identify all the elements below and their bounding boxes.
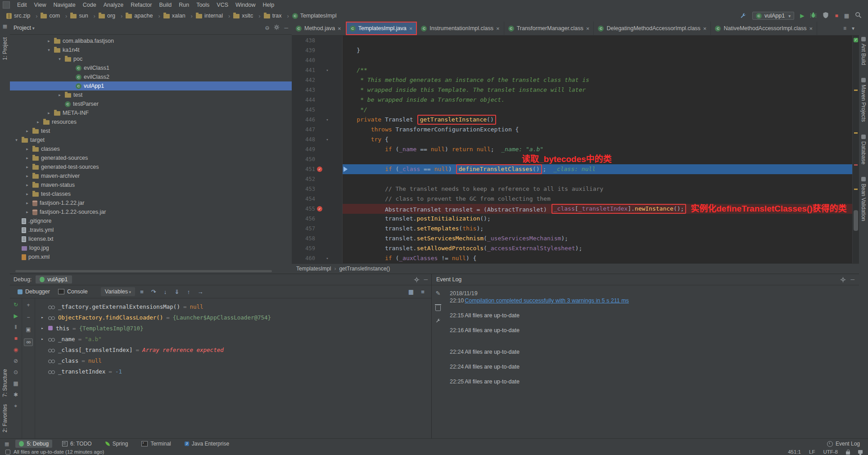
code-text[interactable]: } bbox=[343, 45, 852, 55]
tool-window-button[interactable]: 5: Debug bbox=[15, 440, 52, 448]
code-line-438[interactable]: 438 bbox=[292, 36, 852, 45]
gutter[interactable]: 453 bbox=[292, 184, 343, 194]
expand-arrow-icon[interactable]: ▸ bbox=[24, 192, 30, 196]
tool-window-button[interactable]: Event Log bbox=[823, 440, 863, 448]
breadcrumb-item[interactable]: TemplatesImpl bbox=[296, 266, 339, 272]
resume-icon[interactable]: ▶ bbox=[12, 313, 20, 320]
code-line-456[interactable]: 456 translet.postInitialization(); bbox=[292, 214, 852, 224]
code-text[interactable]: translet.setTemplates(this); bbox=[343, 224, 852, 234]
close-icon[interactable] bbox=[703, 25, 707, 32]
menu-item[interactable]: Code bbox=[79, 1, 100, 9]
code-text[interactable]: AbstractTranslet translet = (AbstractTra… bbox=[343, 204, 852, 214]
tree-item[interactable]: evilClass2 bbox=[10, 72, 292, 81]
code-text[interactable]: /** bbox=[343, 65, 852, 75]
gutter[interactable]: 455✓ bbox=[292, 204, 343, 214]
gutter[interactable]: 454 bbox=[292, 194, 343, 204]
tool-button[interactable]: Bean Validation bbox=[860, 177, 867, 221]
watches-toggle-icon[interactable]: oo bbox=[24, 338, 33, 346]
event-log-entry[interactable]: 22:24 All files are up-to-date bbox=[450, 363, 854, 370]
gutter[interactable]: 448▾ bbox=[292, 135, 343, 144]
ObjectFactory.findClassLoader()[interactable]: ▸ ObjectFactory.findClassLoader() {Launc… bbox=[35, 312, 431, 323]
gutter[interactable]: 445 bbox=[292, 105, 343, 115]
mute-breakpoints-icon[interactable]: ⊘ bbox=[12, 358, 20, 365]
_class[_transletIndex][interactable]: _class[_transletIndex] Array reference e… bbox=[35, 344, 431, 355]
event-log-entry[interactable]: 22:15 All files are up-to-date bbox=[450, 312, 854, 319]
tool-button[interactable]: Database bbox=[860, 135, 867, 164]
tree-item[interactable]: ▸ fastjson-1.2.22-sources.jar bbox=[10, 207, 292, 216]
gutter[interactable]: 451✓ bbox=[292, 164, 343, 174]
breakpoint-icon[interactable]: ✓ bbox=[317, 206, 322, 212]
breadcrumb-item[interactable]: internal bbox=[196, 13, 233, 19]
collapse-all-icon[interactable]: ⊖ bbox=[265, 25, 269, 31]
step-into-icon[interactable]: ↓ bbox=[160, 288, 170, 295]
tool-button-project[interactable]: 1: Project bbox=[2, 37, 8, 60]
editor-tab[interactable]: TransformerManager.class bbox=[504, 22, 594, 35]
caret-position-widget[interactable]: 451:1 bbox=[788, 449, 801, 455]
gutter[interactable]: 458 bbox=[292, 234, 343, 243]
status-message[interactable]: All files are up-to-date (12 minutes ago… bbox=[14, 449, 104, 455]
tool-window-button[interactable]: Terminal bbox=[138, 440, 174, 448]
gutter[interactable]: 438 bbox=[292, 36, 343, 45]
code-editor[interactable]: 438439 }440441▾ /**442 * This method gen… bbox=[292, 36, 852, 263]
editor-tab[interactable]: Method.java bbox=[292, 22, 346, 35]
tree-item[interactable]: ▸ test bbox=[10, 90, 292, 99]
code-line-439[interactable]: 439 } bbox=[292, 45, 852, 55]
rerun-icon[interactable]: ↻ bbox=[12, 302, 20, 308]
editor-tab[interactable]: DelegatingMethodAccessorImpl.class bbox=[594, 22, 711, 35]
menu-item[interactable]: Window bbox=[232, 1, 259, 9]
edit-icon[interactable]: ✎ bbox=[436, 290, 441, 297]
code-line-445[interactable]: 445 */ bbox=[292, 105, 852, 115]
this[interactable]: ▸ this {TemplatesImpl@710} bbox=[35, 323, 431, 333]
expand-arrow-icon[interactable]: ▸ bbox=[24, 147, 30, 151]
code-line-458[interactable]: 458 translet.setServicesMechnism(_useSer… bbox=[292, 234, 852, 243]
filter-icon[interactable] bbox=[435, 318, 441, 325]
editor-tab[interactable]: TemplatesImpl.java bbox=[346, 22, 417, 35]
breadcrumb-item[interactable]: getTransletInstance() bbox=[339, 266, 396, 272]
code-text[interactable] bbox=[343, 36, 852, 45]
line-separator-widget[interactable]: LF bbox=[809, 449, 815, 455]
scrollbar-thumb[interactable] bbox=[854, 210, 858, 231]
add-watch-icon[interactable]: + bbox=[24, 302, 32, 309]
breadcrumb-item[interactable]: TemplatesImpl bbox=[292, 13, 345, 19]
code-text[interactable]: translet.setServicesMechnism(_useService… bbox=[343, 234, 852, 243]
code-line-447[interactable]: 447 throws TransformerConfigurationExcep… bbox=[292, 125, 852, 135]
code-text[interactable] bbox=[343, 174, 852, 184]
code-line-442[interactable]: 442 * This method generates an instance … bbox=[292, 75, 852, 85]
step-out-icon[interactable]: ↑ bbox=[184, 288, 194, 295]
code-text[interactable]: try { bbox=[343, 135, 852, 144]
tool-button[interactable]: 2: Favorites bbox=[2, 404, 8, 432]
event-log-entry[interactable]: 22:25 All files are up-to-date bbox=[450, 378, 854, 385]
gutter[interactable]: 444 bbox=[292, 95, 343, 105]
warning-mark[interactable] bbox=[854, 189, 858, 190]
expand-arrow-icon[interactable]: ▸ bbox=[46, 111, 52, 115]
view-breakpoints-icon[interactable]: ◉ bbox=[12, 347, 20, 353]
menu-item[interactable]: Run bbox=[175, 1, 193, 9]
code-text[interactable]: if (_class == null) defineTransletClasse… bbox=[343, 164, 852, 174]
tabs-dropdown-icon[interactable]: ▾ bbox=[852, 25, 854, 32]
code-text[interactable]: * be wrapped inside a Transformer object… bbox=[343, 95, 852, 105]
close-icon[interactable] bbox=[409, 25, 413, 32]
warning-mark[interactable] bbox=[854, 90, 858, 91]
menu-item[interactable]: VCS bbox=[213, 1, 232, 9]
tree-item[interactable]: testParser bbox=[10, 99, 292, 108]
run-button[interactable]: ▶ bbox=[800, 13, 804, 19]
code-text[interactable]: */ bbox=[343, 105, 852, 115]
code-line-444[interactable]: 444 * be wrapped inside a Transformer ob… bbox=[292, 95, 852, 105]
tool-button[interactable]: 7: Structure bbox=[2, 369, 8, 397]
code-line-440[interactable]: 440 bbox=[292, 55, 852, 65]
code-line-441[interactable]: 441▾ /** bbox=[292, 65, 852, 75]
tree-item[interactable]: ▸ generated-test-sources bbox=[10, 162, 292, 171]
layout-settings-icon[interactable]: ≡ bbox=[418, 288, 428, 295]
debug-view-tab[interactable]: Debugger bbox=[14, 287, 54, 296]
breadcrumb-item[interactable]: xalan bbox=[163, 13, 196, 19]
gutter[interactable]: 441▾ bbox=[292, 65, 343, 75]
code-line-459[interactable]: 459 translet.setAllowedProtocols(_access… bbox=[292, 243, 852, 253]
step-over-icon[interactable]: ↷ bbox=[149, 288, 158, 295]
tree-item[interactable]: .travis.yml bbox=[10, 225, 292, 234]
view-as-table-icon[interactable]: ▦ bbox=[406, 288, 416, 295]
close-icon[interactable] bbox=[338, 25, 341, 32]
stop-icon[interactable]: ■ bbox=[12, 335, 20, 342]
tree-item[interactable]: ▸ maven-archiver bbox=[10, 171, 292, 180]
debug-button[interactable] bbox=[810, 12, 817, 20]
tree-item[interactable]: logo.jpg bbox=[10, 243, 292, 252]
